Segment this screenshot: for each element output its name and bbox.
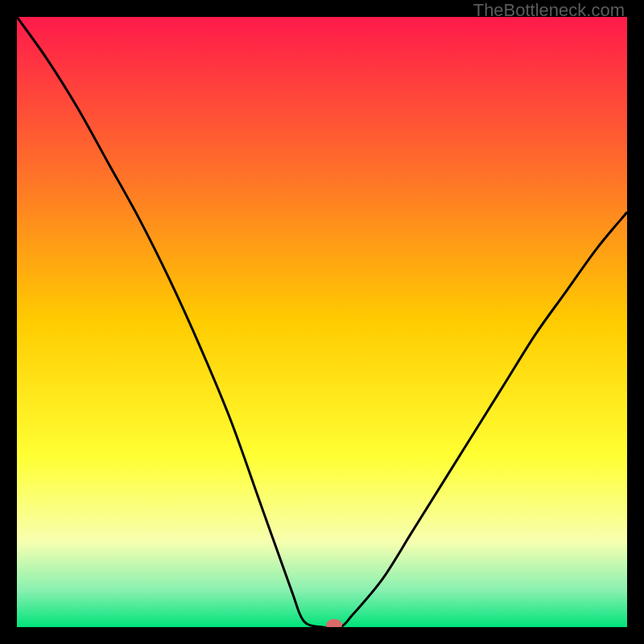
watermark-text: TheBottleneck.com (473, 0, 625, 21)
chart-container: TheBottleneck.com (0, 0, 644, 644)
chart-svg (17, 17, 627, 627)
plot-area (17, 17, 627, 627)
chart-background (17, 17, 627, 627)
